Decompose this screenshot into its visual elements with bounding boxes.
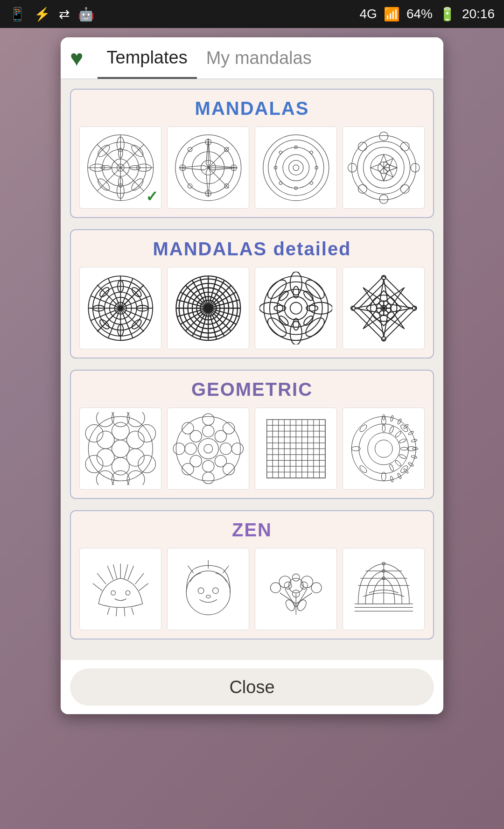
svg-point-174 bbox=[96, 412, 114, 427]
network-icon: 4G bbox=[360, 7, 377, 21]
svg-marker-29 bbox=[194, 139, 223, 168]
svg-point-193 bbox=[190, 455, 202, 467]
template-md3[interactable] bbox=[255, 267, 337, 349]
template-md4[interactable] bbox=[343, 267, 425, 349]
template-g4[interactable] bbox=[343, 407, 425, 490]
template-z2[interactable] bbox=[167, 548, 249, 630]
category-title-zen: ZEN bbox=[79, 520, 425, 541]
template-g2[interactable] bbox=[167, 407, 249, 490]
svg-point-261 bbox=[111, 590, 115, 595]
svg-point-270 bbox=[206, 595, 210, 598]
svg-point-284 bbox=[292, 574, 300, 581]
svg-point-63 bbox=[411, 163, 420, 172]
svg-point-62 bbox=[348, 163, 357, 172]
svg-point-249 bbox=[403, 468, 409, 474]
android-icon: 🤖 bbox=[78, 7, 94, 22]
svg-point-180 bbox=[202, 472, 214, 484]
svg-point-122 bbox=[270, 282, 322, 335]
svg-line-258 bbox=[139, 583, 148, 590]
svg-point-235 bbox=[399, 438, 406, 443]
svg-point-46 bbox=[293, 165, 299, 171]
svg-point-129 bbox=[309, 302, 332, 314]
template-g3[interactable] bbox=[255, 407, 337, 490]
svg-point-42 bbox=[268, 140, 323, 195]
status-icons-left: 📱 ⚡ ⇄ 🤖 bbox=[9, 7, 94, 22]
svg-point-194 bbox=[215, 455, 226, 467]
geometric-grid bbox=[79, 407, 425, 490]
template-z4[interactable] bbox=[343, 548, 425, 630]
svg-marker-32 bbox=[208, 168, 229, 188]
svg-point-251 bbox=[390, 476, 394, 482]
svg-point-283 bbox=[311, 583, 322, 593]
modal-content[interactable]: MANDALAS bbox=[61, 79, 443, 660]
tab-my-mandalas[interactable]: My mandalas bbox=[197, 37, 321, 78]
svg-point-222 bbox=[368, 433, 400, 465]
template-z3[interactable] bbox=[255, 548, 337, 630]
signal-icon: 📶 bbox=[384, 7, 400, 22]
svg-point-163 bbox=[112, 457, 129, 475]
svg-point-168 bbox=[112, 412, 129, 427]
svg-line-254 bbox=[97, 573, 106, 584]
tab-bar: ♥ Templates My mandalas bbox=[61, 37, 443, 79]
svg-point-237 bbox=[399, 454, 406, 459]
svg-point-247 bbox=[411, 455, 417, 459]
svg-line-253 bbox=[107, 566, 113, 580]
svg-point-161 bbox=[112, 440, 129, 457]
svg-point-187 bbox=[202, 425, 214, 437]
svg-point-126 bbox=[290, 272, 301, 295]
svg-line-264 bbox=[116, 607, 117, 616]
svg-point-262 bbox=[126, 590, 130, 595]
template-md1[interactable] bbox=[79, 267, 161, 349]
svg-point-54 bbox=[310, 182, 313, 184]
category-zen: ZEN bbox=[70, 510, 434, 639]
heart-icon: ♥ bbox=[70, 45, 84, 71]
category-geometric: GEOMETRIC bbox=[70, 370, 434, 499]
svg-point-160 bbox=[88, 416, 153, 481]
category-title-mandalas: MANDALAS bbox=[79, 98, 425, 119]
svg-point-121 bbox=[264, 276, 328, 340]
svg-marker-70 bbox=[371, 164, 384, 171]
template-m1[interactable]: ✓ bbox=[79, 126, 161, 209]
svg-line-265 bbox=[124, 607, 125, 616]
svg-point-189 bbox=[185, 443, 196, 454]
svg-point-177 bbox=[127, 471, 145, 485]
template-m2[interactable] bbox=[167, 126, 249, 209]
svg-point-162 bbox=[112, 422, 129, 440]
category-title-detailed: MANDALAS detailed bbox=[79, 239, 425, 260]
svg-point-223 bbox=[375, 440, 392, 457]
svg-point-51 bbox=[279, 151, 282, 154]
svg-point-268 bbox=[198, 588, 204, 594]
close-button[interactable]: Close bbox=[70, 668, 434, 706]
mandala-grid: ✓ bbox=[79, 126, 425, 209]
svg-point-173 bbox=[138, 455, 156, 473]
svg-point-287 bbox=[300, 582, 308, 589]
svg-marker-31 bbox=[208, 153, 237, 182]
category-title-geometric: GEOMETRIC bbox=[79, 379, 425, 400]
svg-point-176 bbox=[96, 471, 114, 485]
svg-line-276 bbox=[296, 589, 307, 607]
svg-point-182 bbox=[231, 443, 243, 454]
svg-point-165 bbox=[126, 431, 144, 449]
template-m3[interactable] bbox=[255, 126, 337, 209]
status-icons-right: 4G 📶 64% 🔋 20:16 bbox=[360, 7, 495, 22]
tab-templates[interactable]: Templates bbox=[98, 38, 197, 79]
svg-point-53 bbox=[279, 182, 282, 184]
svg-point-245 bbox=[411, 439, 417, 443]
phone-icon: 📱 bbox=[9, 7, 26, 22]
svg-point-241 bbox=[390, 415, 394, 421]
svg-point-127 bbox=[290, 321, 301, 344]
template-m4[interactable] bbox=[343, 126, 425, 209]
templates-modal: ♥ Templates My mandalas MANDALAS bbox=[61, 37, 443, 714]
svg-point-178 bbox=[176, 416, 240, 481]
template-md2[interactable] bbox=[167, 267, 249, 349]
svg-point-52 bbox=[310, 151, 313, 154]
template-g1[interactable] bbox=[79, 407, 161, 490]
svg-point-175 bbox=[127, 412, 145, 427]
close-button-area: Close bbox=[61, 660, 443, 714]
svg-point-167 bbox=[126, 449, 144, 466]
template-z1[interactable] bbox=[79, 548, 161, 630]
svg-line-256 bbox=[135, 573, 144, 584]
svg-point-230 bbox=[358, 464, 368, 474]
svg-line-263 bbox=[107, 607, 110, 615]
svg-line-275 bbox=[285, 589, 296, 607]
